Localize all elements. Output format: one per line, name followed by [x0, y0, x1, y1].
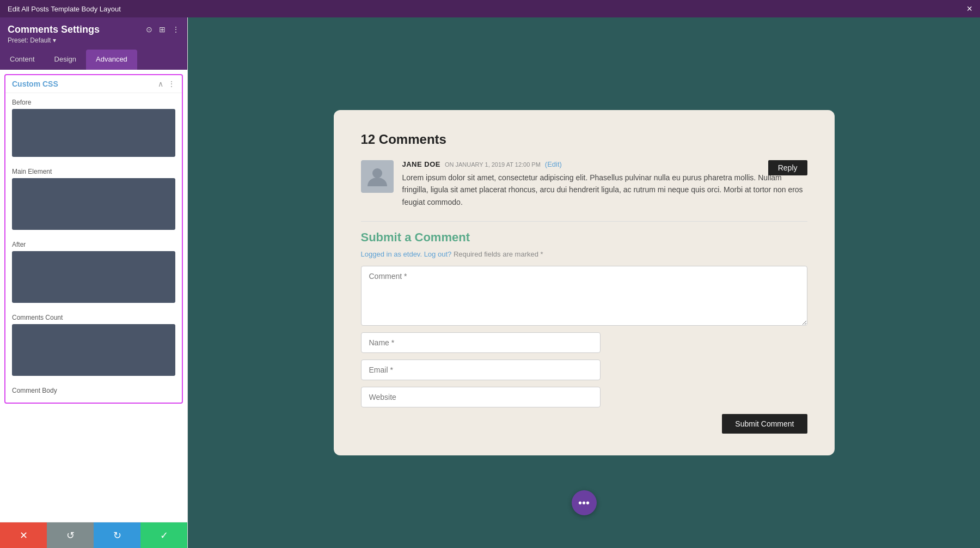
css-comments-count-textarea[interactable]: [12, 324, 175, 376]
close-button[interactable]: ✕: [0, 522, 47, 548]
comment-date: ON JANUARY 1, 2019 AT 12:00 PM: [445, 161, 541, 168]
website-input[interactable]: [361, 387, 601, 407]
save-button[interactable]: ✓: [140, 522, 187, 548]
topbar-close-icon[interactable]: ×: [966, 3, 972, 15]
main-wrapper: 12 Comments JANE DOE ON JANUARY 1, 2019 …: [188, 17, 980, 548]
svg-point-0: [372, 168, 382, 178]
form-row-email: [361, 360, 807, 380]
main-content: 12 Comments JANE DOE ON JANUARY 1, 2019 …: [188, 99, 980, 466]
submit-comment-button[interactable]: Submit Comment: [722, 414, 807, 434]
comments-count-title: 12 Comments: [361, 132, 807, 147]
custom-css-more-icon[interactable]: ⋮: [168, 80, 175, 88]
email-input[interactable]: [361, 360, 601, 380]
sidebar-preset[interactable]: Preset: Default ▾: [8, 36, 180, 44]
comment-body: JANE DOE ON JANUARY 1, 2019 AT 12:00 PM …: [402, 160, 807, 208]
comment-meta: JANE DOE ON JANUARY 1, 2019 AT 12:00 PM …: [402, 160, 807, 168]
form-row-name: [361, 332, 807, 353]
css-comments-count-label: Comments Count: [12, 314, 175, 321]
comment-edit-link[interactable]: (Edit): [545, 160, 562, 168]
custom-css-title: Custom CSS: [12, 80, 58, 88]
sidebar-ctrl-layout-icon[interactable]: ⊞: [159, 25, 166, 34]
sidebar-ctrl-more-icon[interactable]: ⋮: [172, 25, 180, 34]
form-row-website: [361, 387, 807, 407]
comment-avatar: [361, 160, 394, 193]
save-icon: ✓: [160, 529, 168, 541]
tab-advanced[interactable]: Advanced: [86, 50, 137, 70]
css-field-comment-body: Comment Body: [5, 381, 182, 403]
submit-btn-row: Submit Comment: [361, 414, 807, 434]
bottom-toolbar: ✕ ↺ ↻ ✓: [0, 522, 187, 548]
submit-comment-title: Submit a Comment: [361, 230, 807, 245]
css-main-element-textarea[interactable]: [12, 178, 175, 230]
fab-icon: •••: [578, 497, 590, 509]
css-field-main-element: Main Element: [5, 162, 182, 235]
topbar: Edit All Posts Template Body Layout ×: [0, 0, 980, 17]
comment-form: Submit Comment: [361, 266, 807, 434]
css-after-textarea[interactable]: [12, 251, 175, 303]
css-comment-body-label: Comment Body: [12, 387, 175, 394]
comments-card: 12 Comments JANE DOE ON JANUARY 1, 2019 …: [334, 110, 835, 455]
css-before-textarea[interactable]: [12, 109, 175, 157]
sidebar-content: Custom CSS ∧ ⋮ Before Main Element After: [0, 70, 187, 522]
topbar-title: Edit All Posts Template Body Layout: [8, 5, 121, 13]
custom-css-collapse-icon[interactable]: ∧: [158, 80, 163, 88]
comment-item: JANE DOE ON JANUARY 1, 2019 AT 12:00 PM …: [361, 160, 807, 208]
undo-icon: ↺: [66, 529, 75, 541]
tab-design[interactable]: Design: [45, 50, 86, 70]
css-after-label: After: [12, 241, 175, 248]
name-input[interactable]: [361, 332, 601, 353]
sidebar: Comments Settings Preset: Default ▾ ⊙ ⊞ …: [0, 17, 188, 548]
submit-meta: Logged in as etdev. Log out? Required fi…: [361, 250, 807, 258]
logged-in-link[interactable]: Logged in as etdev.: [361, 250, 422, 258]
sidebar-controls: ⊙ ⊞ ⋮: [146, 25, 180, 34]
custom-css-section: Custom CSS ∧ ⋮ Before Main Element After: [4, 74, 183, 404]
css-before-label: Before: [12, 99, 175, 106]
redo-icon: ↻: [113, 529, 121, 541]
reply-button[interactable]: Reply: [768, 160, 807, 175]
submit-comment-section: Submit a Comment Logged in as etdev. Log…: [361, 230, 807, 434]
comment-text: Lorem ipsum dolor sit amet, consectetur …: [402, 172, 807, 208]
tab-content[interactable]: Content: [0, 50, 45, 70]
css-field-before: Before: [5, 93, 182, 162]
section-divider: [361, 221, 807, 222]
sidebar-tabs: Content Design Advanced: [0, 50, 187, 70]
css-field-comments-count: Comments Count: [5, 308, 182, 381]
custom-css-header: Custom CSS ∧ ⋮: [5, 75, 182, 93]
comment-author: JANE DOE: [402, 160, 440, 168]
sidebar-ctrl-screenshot-icon[interactable]: ⊙: [146, 25, 152, 34]
custom-css-header-icons: ∧ ⋮: [158, 80, 175, 88]
css-field-after: After: [5, 235, 182, 308]
close-icon: ✕: [20, 529, 28, 541]
comment-textarea[interactable]: [361, 266, 807, 326]
redo-button[interactable]: ↻: [94, 522, 140, 548]
fab-button[interactable]: •••: [572, 490, 597, 515]
undo-button[interactable]: ↺: [47, 522, 94, 548]
avatar-icon: [366, 166, 388, 187]
sidebar-header: Comments Settings Preset: Default ▾ ⊙ ⊞ …: [0, 17, 187, 50]
required-fields-text: Required fields are marked *: [454, 250, 543, 258]
css-main-element-label: Main Element: [12, 168, 175, 175]
logout-link[interactable]: Log out?: [424, 250, 452, 258]
